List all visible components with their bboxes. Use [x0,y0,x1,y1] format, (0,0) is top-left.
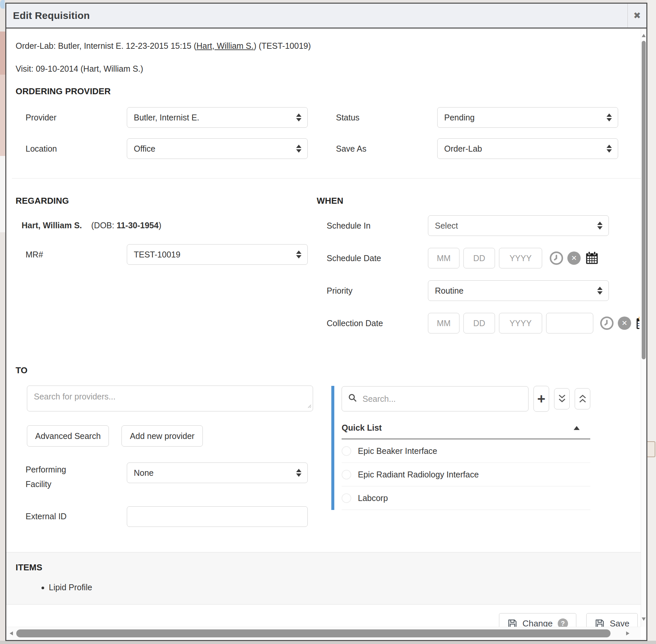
priority-select[interactable]: Routine [428,280,609,301]
quick-list-header[interactable]: Quick List [342,423,590,439]
provider-search-wrap [27,386,313,413]
provider-row: Provider Butler, Internist E. [16,107,326,128]
search-icon [348,393,357,405]
select-arrows-icon [597,287,603,295]
background-page-left [0,0,5,644]
external-id-label: External ID [16,512,127,521]
schedule-in-row: Schedule In Select [317,215,647,236]
collection-date-calendar-icon[interactable] [635,316,639,330]
performing-facility-select[interactable]: None [127,462,308,483]
quick-list-item[interactable]: Epic Beaker Interface [342,439,590,463]
radio-icon[interactable] [342,493,351,503]
select-arrows-icon [296,251,302,258]
add-recipient-button[interactable]: + [533,386,549,412]
quick-list-item[interactable]: Epic Radiant Radiology Interface [342,463,590,486]
location-label: Location [16,144,127,154]
status-select[interactable]: Pending [437,107,618,128]
quick-list-item-label: Epic Radiant Radiology Interface [358,470,479,479]
recipient-search-row: + [342,386,590,412]
double-chevron-down-icon [557,393,567,405]
mr-row: MR# TEST-10019 [16,244,317,265]
order-summary-prefix: Order-Lab: Butler, Internist E. 12-23-20… [16,41,197,50]
mr-select[interactable]: TEST-10019 [127,244,308,265]
scroll-down-arrow-icon[interactable] [642,618,646,621]
quick-list-title: Quick List [342,423,382,433]
ordering-provider-section: ORDERING PROVIDER Provider Butler, Inter… [6,86,647,169]
schedule-date-label: Schedule Date [317,253,428,263]
scroll-right-arrow-icon[interactable] [626,631,630,635]
quick-list-item[interactable]: Labcorp [342,486,590,510]
collection-date-clock-icon[interactable] [600,316,614,330]
provider-label: Provider [16,113,127,122]
schedule-date-dd-input[interactable] [463,248,495,269]
regarding-column: REGARDING Hart, William S.(DOB: 11-30-19… [16,187,317,334]
when-column: WHEN Schedule In Select Schedule Date [317,187,647,334]
provider-select-value: Butler, Internist E. [134,113,199,122]
save-as-select[interactable]: Order-Lab [437,138,618,159]
select-arrows-icon [607,145,612,153]
to-left-column: TO Advanced Search Add new provider Perf… [16,365,317,527]
items-list: Lipid Profile [16,583,647,592]
schedule-in-select[interactable]: Select [428,215,609,236]
provider-select[interactable]: Butler, Internist E. [127,107,308,128]
close-button[interactable]: ✖ [628,4,647,27]
background-dot [0,0,5,9]
scroll-left-arrow-icon[interactable] [9,631,13,635]
collection-date-yyyy-input[interactable] [499,313,542,334]
patient-link[interactable]: Hart, William S. [197,41,254,50]
advanced-search-button[interactable]: Advanced Search [27,426,109,446]
external-id-input[interactable] [127,506,308,527]
recipient-search-input[interactable] [362,394,522,404]
collapse-all-button[interactable] [554,388,570,409]
select-arrows-icon [597,222,603,230]
radio-icon[interactable] [342,446,351,456]
schedule-date-clear-icon[interactable]: ✕ [567,252,581,265]
background-block [0,156,5,232]
schedule-date-calendar-icon[interactable] [585,251,599,266]
schedule-date-clock-icon[interactable] [549,251,563,265]
collection-time-input[interactable] [546,313,593,334]
collection-date-clear-icon[interactable]: ✕ [618,317,631,330]
regarding-heading: REGARDING [16,196,317,206]
vertical-scrollbar-thumb[interactable] [642,41,646,359]
patient-name: Hart, William S. [22,221,82,230]
select-arrows-icon [607,113,612,121]
expand-all-button[interactable] [575,388,590,409]
priority-row: Priority Routine [317,280,647,301]
schedule-date-row: Schedule Date ✕ [317,248,647,269]
performing-facility-value: None [134,468,154,478]
dob-value: 11-30-1954 [116,221,159,230]
collapse-triangle-icon [574,426,580,430]
dob-suffix: ) [159,221,161,230]
horizontal-scrollbar[interactable] [6,627,641,640]
provider-search-textarea[interactable] [27,386,313,411]
items-section: ITEMS Lipid Profile [6,552,647,604]
double-chevron-up-icon [578,393,588,405]
to-buttons-row: Advanced Search Add new provider [27,426,317,446]
add-new-provider-button[interactable]: Add new provider [122,426,203,446]
quick-list-item-label: Epic Beaker Interface [358,446,437,456]
horizontal-scrollbar-thumb[interactable] [16,629,611,637]
collection-date-mm-input[interactable] [428,313,459,334]
section-divider [12,178,641,179]
status-select-value: Pending [444,113,475,122]
radio-icon[interactable] [342,470,351,479]
performing-facility-row: Performing Facility None [16,462,317,492]
items-heading: ITEMS [16,562,647,573]
order-summary: Order-Lab: Butler, Internist E. 12-23-20… [16,42,647,73]
recipient-search-box[interactable] [342,386,528,411]
external-id-row: External ID [16,506,317,527]
quick-list-item-label: Labcorp [358,493,388,503]
status-row: Status Pending [326,107,647,128]
priority-value: Routine [435,286,463,296]
scroll-up-arrow-icon[interactable] [642,34,646,37]
schedule-date-yyyy-input[interactable] [499,248,542,269]
vertical-scrollbar[interactable] [641,28,647,627]
to-heading: TO [16,365,317,375]
collection-date-dd-input[interactable] [463,313,495,334]
save-as-label: Save As [326,144,437,154]
location-select[interactable]: Office [127,138,308,159]
schedule-date-mm-input[interactable] [428,248,459,269]
recipient-panel: + Quick List [331,386,590,510]
when-heading: WHEN [317,196,647,206]
